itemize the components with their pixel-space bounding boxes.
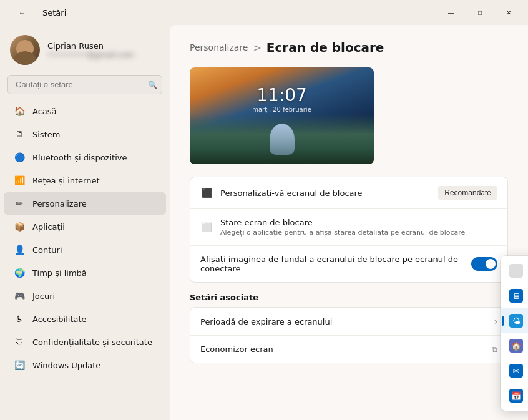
sidebar-item-retea[interactable]: 📶 Rețea și internet [4,169,166,192]
maximize-button[interactable]: □ [466,2,494,22]
nav-label-acasa: Acasă [32,107,57,116]
dropdown-icon-remote-desktop: 🖥 [509,289,523,303]
nav-label-accesibilitate: Accesibilitate [32,315,87,324]
setari-asociate-card: Perioadă de expirare a ecranului › Econo… [190,307,508,363]
afisati-toggle[interactable] [471,257,497,271]
economizor-row[interactable]: Economizor ecran ⧉ [190,336,507,363]
nav-label-jocuri: Jocuri [32,291,55,301]
stare-icon: ⬜ [200,221,213,233]
economizor-external-icon: ⧉ [492,345,497,354]
search-box: 🔍 [7,75,162,94]
afisati-row[interactable]: Afișați imaginea de fundal a ecranului d… [190,246,507,282]
nav-label-aplicatii: Aplicații [32,222,65,232]
nav-icon-retea: 📶 [14,175,25,186]
dropdown-item-mail[interactable]: ✉Mail [501,358,528,383]
user-info: Ciprian Rusen •••••••••@gmail.com [47,41,134,59]
dropdown-menu: Niciuna🖥Remote Desktop🌤Weather🏠Dev Home✉… [501,256,528,411]
search-icon: 🔍 [148,81,157,89]
breadcrumb-parent: Personalizare [190,42,248,52]
perioada-arrow: › [494,316,497,326]
dropdown-icon-mail: ✉ [509,364,523,378]
breadcrumb-separator: > [253,42,261,54]
breadcrumb: Personalizare > Ecran de blocare [190,40,508,55]
sidebar-item-accesibilitate[interactable]: ♿ Accesibilitate [4,308,166,330]
sidebar-item-sistem[interactable]: 🖥 Sistem [4,123,166,145]
minimize-button[interactable]: — [437,2,466,22]
sidebar-item-acasa[interactable]: 🏠 Acasă [4,100,166,122]
sidebar-item-timp[interactable]: 🌍 Timp și limbă [4,261,166,284]
stare-row[interactable]: ⬜ Stare ecran de blocare Alegeți o aplic… [190,209,507,246]
nav-icon-aplicatii: 📦 [14,221,25,232]
main-content: Personalizare > Ecran de blocare 11:07 m… [170,25,528,420]
user-email: •••••••••@gmail.com [47,51,134,59]
personalize-row: ⬛ Personalizați-vă ecranul de blocare Re… [190,177,507,209]
stare-title: Stare ecran de blocare [220,218,497,227]
settings-card-main: ⬛ Personalizați-vă ecranul de blocare Re… [190,177,508,283]
app-body: Ciprian Rusen •••••••••@gmail.com 🔍 🏠 Ac… [0,25,528,420]
dropdown-item-niciuna[interactable]: Niciuna [501,258,528,283]
personalize-icon: ⬛ [200,187,213,199]
perioada-row[interactable]: Perioadă de expirare a ecranului › [190,308,507,336]
afisati-title: Afișați imaginea de fundal a ecranului d… [200,255,464,273]
recommend-button[interactable]: Recomandate [438,186,497,200]
nav-label-sistem: Sistem [32,130,60,139]
stare-desc: Alegeți o aplicație pentru a afișa stare… [220,228,497,237]
sidebar-item-aplicatii[interactable]: 📦 Aplicații [4,215,166,238]
sidebar-item-conturi[interactable]: 👤 Conturi [4,238,166,261]
dropdown-item-calendar[interactable]: 📅Calendar [501,383,528,408]
dropdown-item-weather[interactable]: 🌤Weather [501,308,528,333]
titlebar: ← Setări — □ ✕ [0,0,528,25]
window-controls: — □ ✕ [437,2,523,22]
economizor-title: Economizor ecran [200,344,484,354]
avatar [10,35,40,65]
nav-icon-windows-update: 🔄 [14,359,25,371]
search-input[interactable] [7,75,162,94]
toggle-knob [486,259,496,269]
dropdown-icon-calendar: 📅 [509,389,523,403]
close-button[interactable]: ✕ [494,2,523,22]
nav-label-windows-update: Windows Update [32,361,100,370]
sidebar-item-confidentialitate[interactable]: 🛡 Confidențialitate și securitate [4,331,166,353]
selected-indicator [502,316,504,326]
nav-label-retea: Rețea și internet [32,176,100,185]
avatar-body [12,51,37,65]
sidebar-item-windows-update[interactable]: 🔄 Windows Update [4,354,166,376]
lockscreen-time: 11:07 [257,85,307,105]
lockscreen-preview: 11:07 marți, 20 februarie [190,67,374,164]
afisati-content: Afișați imaginea de fundal a ecranului d… [200,255,464,273]
sidebar-item-jocuri[interactable]: 🎮 Jocuri [4,285,166,307]
user-profile[interactable]: Ciprian Rusen •••••••••@gmail.com [0,30,170,75]
avatar-image [10,35,40,65]
sidebar-item-bluetooth[interactable]: 🔵 Bluetooth și dispozitive [4,146,166,168]
dropdown-item-dev-home[interactable]: 🏠Dev Home [501,333,528,358]
nav-icon-sistem: 🖥 [14,129,25,140]
nav-icon-timp: 🌍 [14,267,25,278]
perioada-content: Perioadă de expirare a ecranului [200,317,486,326]
nav-label-personalizare: Personalizare [32,199,87,208]
nav-label-confidentialitate: Confidențialitate și securitate [32,338,152,347]
back-button[interactable]: ← [7,2,36,22]
user-name: Ciprian Rusen [47,41,134,51]
perioada-title: Perioadă de expirare a ecranului [200,317,486,326]
nav-label-bluetooth: Bluetooth și dispozitive [32,153,127,162]
dropdown-icon-dev-home: 🏠 [509,339,523,353]
nav-list: 🏠 Acasă 🖥 Sistem 🔵 Bluetooth și dispozit… [0,99,170,415]
lockscreen-waterfall [270,124,295,155]
nav-icon-acasa: 🏠 [14,105,25,117]
app-title: Setări [42,8,66,17]
personalize-action: Recomandate [438,186,497,200]
nav-icon-jocuri: 🎮 [14,290,25,301]
breadcrumb-current: Ecran de blocare [266,40,384,55]
nav-label-timp: Timp și limbă [32,268,87,278]
titlebar-left: ← Setări [7,2,66,22]
personalize-content: Personalizați-vă ecranul de blocare [220,188,431,198]
dropdown-icon-weather: 🌤 [509,314,523,328]
nav-label-conturi: Conturi [32,245,62,255]
nav-icon-confidentialitate: 🛡 [14,336,25,348]
economizor-content: Economizor ecran [200,344,484,354]
personalize-title: Personalizați-vă ecranul de blocare [220,188,431,198]
dropdown-icon-niciuna [509,264,523,278]
nav-icon-bluetooth: 🔵 [14,152,25,163]
sidebar-item-personalizare[interactable]: ✏️ Personalizare [4,192,166,215]
dropdown-item-remote-desktop[interactable]: 🖥Remote Desktop [501,283,528,308]
